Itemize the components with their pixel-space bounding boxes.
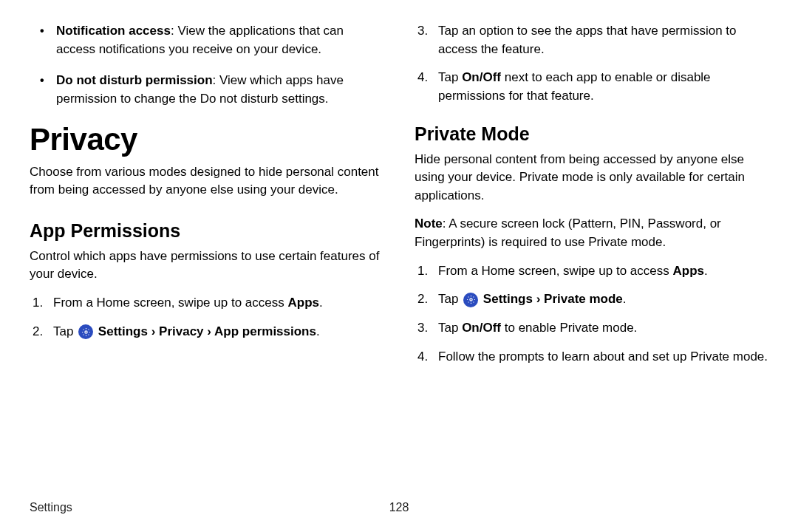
bullet-term: Do not disturb permission	[56, 73, 213, 87]
app-permissions-intro: Control which apps have permissions to u…	[30, 248, 383, 284]
settings-icon	[78, 324, 93, 339]
pm-step-3: Tap On/Off to enable Private mode.	[415, 319, 768, 338]
step-text: From a Home screen, swipe up to access	[53, 296, 287, 310]
settings-label: Settings	[480, 292, 536, 306]
bullet-notification-access: Notification access: View the applicatio…	[56, 22, 383, 58]
step-text: Follow the prompts to learn about and se…	[438, 349, 768, 364]
step-post: .	[316, 324, 320, 338]
privacy-label: Privacy	[155, 324, 207, 338]
apps-label: Apps	[287, 296, 319, 310]
page-content: Notification access: View the applicatio…	[30, 22, 768, 517]
app-permissions-label: App permissions	[211, 324, 316, 338]
step-text: Tap	[438, 292, 462, 306]
private-mode-note: Note: A secure screen lock (Pattern, PIN…	[415, 215, 768, 251]
heading-privacy: Privacy	[30, 122, 383, 157]
step-post: .	[623, 292, 627, 306]
page-footer: Settings 128	[30, 501, 768, 514]
app-permissions-steps-cont: Tap an option to see the apps that have …	[415, 22, 768, 106]
svg-point-1	[470, 299, 472, 301]
note-label: Note	[415, 216, 443, 231]
bullet-list: Notification access: View the applicatio…	[30, 22, 383, 109]
private-mode-label: Private mode	[540, 292, 623, 306]
private-mode-intro: Hide personal content from being accesse…	[415, 151, 768, 205]
step-text: Tap an option to see the apps that have …	[438, 24, 737, 56]
app-permissions-steps: From a Home screen, swipe up to access A…	[30, 294, 383, 341]
private-mode-steps: From a Home screen, swipe up to access A…	[415, 262, 768, 366]
step-4: Tap On/Off next to each app to enable or…	[415, 69, 768, 105]
note-body: : A secure screen lock (Pattern, PIN, Pa…	[415, 216, 721, 249]
apps-label: Apps	[672, 264, 704, 278]
step-text: From a Home screen, swipe up to access	[438, 264, 672, 278]
right-column: Tap an option to see the apps that have …	[415, 22, 768, 517]
step-post: .	[319, 296, 323, 310]
heading-private-mode: Private Mode	[415, 123, 768, 145]
step-text: Tap	[53, 324, 77, 338]
footer-section: Settings	[30, 501, 72, 514]
step-text: Tap	[438, 70, 462, 84]
privacy-intro: Choose from various modes designed to hi…	[30, 163, 383, 200]
onoff-label: On/Off	[462, 70, 501, 84]
heading-app-permissions: App Permissions	[30, 220, 383, 242]
pm-step-2: Tap Settings › Private mode.	[415, 290, 768, 309]
bullet-term: Notification access	[56, 24, 171, 38]
left-column: Notification access: View the applicatio…	[30, 22, 383, 517]
settings-label: Settings	[95, 324, 151, 338]
settings-icon	[463, 293, 478, 307]
svg-point-0	[85, 331, 87, 333]
step-2: Tap Settings › Privacy › App permissions…	[30, 323, 383, 341]
step-post: to enable Private mode.	[501, 321, 637, 335]
pm-step-1: From a Home screen, swipe up to access A…	[415, 262, 768, 281]
footer-page-number: 128	[389, 501, 409, 514]
step-post: .	[704, 264, 708, 278]
pm-step-4: Follow the prompts to learn about and se…	[415, 348, 768, 366]
step-text: Tap	[438, 321, 462, 335]
step-3: Tap an option to see the apps that have …	[415, 22, 768, 58]
onoff-label: On/Off	[462, 321, 501, 335]
step-1: From a Home screen, swipe up to access A…	[30, 294, 383, 313]
bullet-dnd-permission: Do not disturb permission: View which ap…	[56, 72, 383, 108]
